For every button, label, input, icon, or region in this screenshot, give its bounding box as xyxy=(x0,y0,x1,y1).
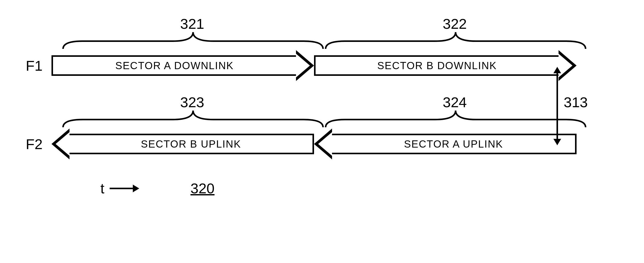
time-arrow-icon xyxy=(110,185,139,192)
time-indicator: t xyxy=(100,180,139,197)
arrow-head-left-icon xyxy=(314,129,332,159)
ref-323: 323 xyxy=(180,94,204,111)
timing-diagram: 321 322 F1 SECTOR A DOWNLINK SECTOR B DO… xyxy=(26,15,618,247)
arrow-head-right-icon xyxy=(559,50,577,81)
ref-324: 324 xyxy=(443,94,467,111)
arrow-head-left-icon xyxy=(51,129,69,159)
ref-321: 321 xyxy=(180,15,204,32)
arrow-label-323: SECTOR B UPLINK xyxy=(69,134,314,154)
time-label: t xyxy=(100,180,105,197)
arrow-head-right-icon xyxy=(296,50,314,81)
ref-313: 313 xyxy=(564,94,588,111)
double-arrow-313 xyxy=(553,67,561,145)
arrow-label-321: SECTOR A DOWNLINK xyxy=(51,55,296,76)
label-f2: F2 xyxy=(26,136,51,152)
brace-323 xyxy=(62,109,324,130)
arrow-sector-b-uplink: SECTOR B UPLINK xyxy=(51,134,314,154)
label-f1: F1 xyxy=(26,57,51,74)
arrow-tip-up-icon xyxy=(553,67,561,73)
row-f1: F1 SECTOR A DOWNLINK SECTOR B DOWNLINK xyxy=(26,55,577,76)
arrow-sector-a-uplink: SECTOR A UPLINK xyxy=(314,134,577,154)
brace-324 xyxy=(324,109,587,130)
arrow-sector-b-downlink: SECTOR B DOWNLINK xyxy=(314,55,577,76)
brace-321 xyxy=(62,31,324,51)
arrow-tip-down-icon xyxy=(553,139,561,145)
arrow-label-322: SECTOR B DOWNLINK xyxy=(314,55,559,76)
arrow-sector-a-downlink: SECTOR A DOWNLINK xyxy=(51,55,314,76)
brace-322 xyxy=(324,31,587,51)
arrow-line-313 xyxy=(556,73,558,139)
figure-number: 320 xyxy=(190,180,214,197)
ref-322: 322 xyxy=(443,15,467,32)
row-f2: F2 SECTOR B UPLINK SECTOR A UPLINK xyxy=(26,134,577,154)
arrow-label-324: SECTOR A UPLINK xyxy=(332,134,577,154)
